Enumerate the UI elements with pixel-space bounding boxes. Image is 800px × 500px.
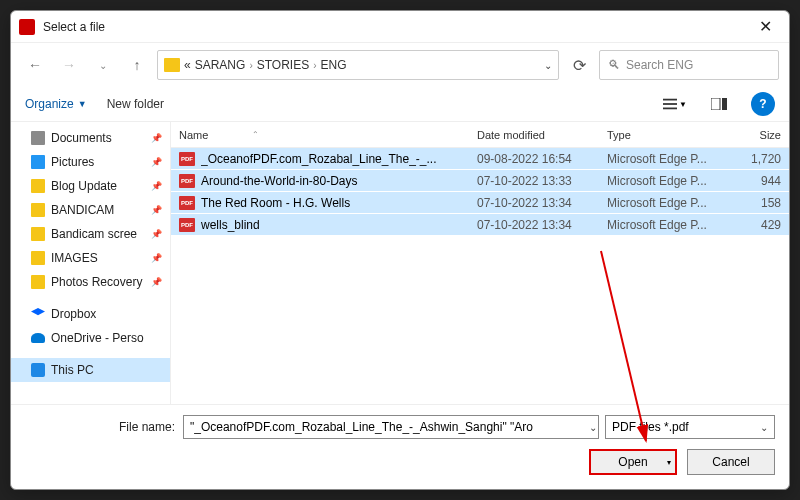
up-button[interactable]: ↑: [123, 51, 151, 79]
pdf-icon: PDF: [179, 152, 195, 166]
thispc-icon: [31, 363, 45, 377]
path-part[interactable]: STORIES: [257, 58, 309, 72]
column-name[interactable]: Name ⌃: [179, 129, 477, 141]
chevron-down-icon: ▼: [78, 99, 87, 109]
column-label: Name: [179, 129, 208, 141]
file-type: Microsoft Edge P...: [607, 174, 737, 188]
column-size[interactable]: Size: [737, 129, 789, 141]
file-type: Microsoft Edge P...: [607, 218, 737, 232]
file-size: 1,720: [737, 152, 789, 166]
file-date: 07-10-2022 13:33: [477, 174, 607, 188]
sidebar-item-label: Pictures: [51, 155, 94, 169]
sidebar-item[interactable]: BANDICAM📌: [11, 198, 170, 222]
preview-pane-button[interactable]: [707, 92, 731, 116]
sidebar-item[interactable]: Blog Update📌: [11, 174, 170, 198]
open-label: Open: [618, 455, 647, 469]
file-type-filter[interactable]: PDF files *.pdf ⌄: [605, 415, 775, 439]
chevron-right-icon: ›: [249, 60, 252, 71]
sidebar-item[interactable]: Photos Recovery📌: [11, 270, 170, 294]
pictures-icon: [31, 155, 45, 169]
search-input[interactable]: 🔍︎ Search ENG: [599, 50, 779, 80]
path-part[interactable]: ENG: [321, 58, 347, 72]
file-type: Microsoft Edge P...: [607, 196, 737, 210]
docs-icon: [31, 131, 45, 145]
sidebar-item[interactable]: Dropbox: [11, 302, 170, 326]
folder-icon: [31, 179, 45, 193]
pin-icon: 📌: [151, 277, 162, 287]
sidebar-item-label: IMAGES: [51, 251, 98, 265]
search-placeholder: Search ENG: [626, 58, 693, 72]
organize-button[interactable]: Organize ▼: [25, 97, 87, 111]
sidebar-item[interactable]: Bandicam scree📌: [11, 222, 170, 246]
footer: File name: ⌄ PDF files *.pdf ⌄ Open ▾ Ca…: [11, 404, 789, 489]
dropbox-icon: [31, 308, 45, 320]
pdf-icon: PDF: [179, 174, 195, 188]
table-row[interactable]: PDFAround-the-World-in-80-Days07-10-2022…: [171, 170, 789, 192]
toolbar: Organize ▼ New folder ▼ ?: [11, 87, 789, 121]
dialog-title: Select a file: [43, 20, 749, 34]
refresh-button[interactable]: ⟳: [565, 51, 593, 79]
table-row[interactable]: PDF_OceanofPDF.com_Rozabal_Line_The_-_..…: [171, 148, 789, 170]
file-name: _OceanofPDF.com_Rozabal_Line_The_-_...: [201, 152, 477, 166]
sidebar-item-label: Photos Recovery: [51, 275, 142, 289]
svg-rect-3: [711, 98, 720, 110]
path-part[interactable]: SARANG: [195, 58, 246, 72]
table-row[interactable]: PDFThe Red Room - H.G. Wells07-10-2022 1…: [171, 192, 789, 214]
help-icon[interactable]: ?: [751, 92, 775, 116]
table-row[interactable]: PDFwells_blind07-10-2022 13:34Microsoft …: [171, 214, 789, 236]
chevron-down-icon: ⌄: [760, 422, 768, 433]
svg-rect-2: [663, 108, 677, 110]
file-name: wells_blind: [201, 218, 477, 232]
svg-rect-0: [663, 99, 677, 101]
column-date[interactable]: Date modified: [477, 129, 607, 141]
file-name: The Red Room - H.G. Wells: [201, 196, 477, 210]
file-name: Around-the-World-in-80-Days: [201, 174, 477, 188]
view-mode-button[interactable]: ▼: [663, 92, 687, 116]
chevron-down-icon[interactable]: ⌄: [589, 422, 597, 433]
search-icon: 🔍︎: [608, 58, 620, 72]
sidebar-item[interactable]: This PC: [11, 358, 170, 382]
close-icon[interactable]: ✕: [749, 13, 781, 41]
filename-input[interactable]: [183, 415, 599, 439]
pin-icon: 📌: [151, 253, 162, 263]
sidebar-item-label: Documents: [51, 131, 112, 145]
sidebar-item[interactable]: Pictures📌: [11, 150, 170, 174]
sidebar-item[interactable]: OneDrive - Perso: [11, 326, 170, 350]
column-headers: Name ⌃ Date modified Type Size: [171, 122, 789, 148]
filter-label: PDF files *.pdf: [612, 420, 689, 434]
sidebar-item-label: OneDrive - Perso: [51, 331, 144, 345]
sidebar-item[interactable]: IMAGES📌: [11, 246, 170, 270]
forward-button[interactable]: →: [55, 51, 83, 79]
sidebar-item-label: Bandicam scree: [51, 227, 137, 241]
back-button[interactable]: ←: [21, 51, 49, 79]
pdf-icon: PDF: [179, 196, 195, 210]
folder-icon: [31, 275, 45, 289]
new-folder-button[interactable]: New folder: [107, 97, 164, 111]
file-size: 158: [737, 196, 789, 210]
column-type[interactable]: Type: [607, 129, 737, 141]
folder-icon: [31, 203, 45, 217]
chevron-right-icon: ›: [313, 60, 316, 71]
chevron-down-icon[interactable]: ⌄: [544, 60, 552, 71]
breadcrumb[interactable]: « SARANG › STORIES › ENG ⌄: [157, 50, 559, 80]
nav-row: ← → ⌄ ↑ « SARANG › STORIES › ENG ⌄ ⟳ 🔍︎ …: [11, 43, 789, 87]
sidebar-item-label: This PC: [51, 363, 94, 377]
file-open-dialog: Select a file ✕ ← → ⌄ ↑ « SARANG › STORI…: [10, 10, 790, 490]
file-date: 09-08-2022 16:54: [477, 152, 607, 166]
file-size: 429: [737, 218, 789, 232]
pin-icon: 📌: [151, 157, 162, 167]
cancel-button[interactable]: Cancel: [687, 449, 775, 475]
recent-dropdown-icon[interactable]: ⌄: [89, 51, 117, 79]
folder-icon: [31, 227, 45, 241]
open-button[interactable]: Open ▾: [589, 449, 677, 475]
svg-rect-1: [663, 103, 677, 105]
sidebar-item[interactable]: Documents📌: [11, 126, 170, 150]
organize-label: Organize: [25, 97, 74, 111]
sidebar: Documents📌Pictures📌Blog Update📌BANDICAM📌…: [11, 122, 171, 404]
app-icon: [19, 19, 35, 35]
pin-icon: 📌: [151, 205, 162, 215]
file-size: 944: [737, 174, 789, 188]
titlebar: Select a file ✕: [11, 11, 789, 43]
svg-rect-4: [722, 98, 727, 110]
sidebar-item-label: Blog Update: [51, 179, 117, 193]
